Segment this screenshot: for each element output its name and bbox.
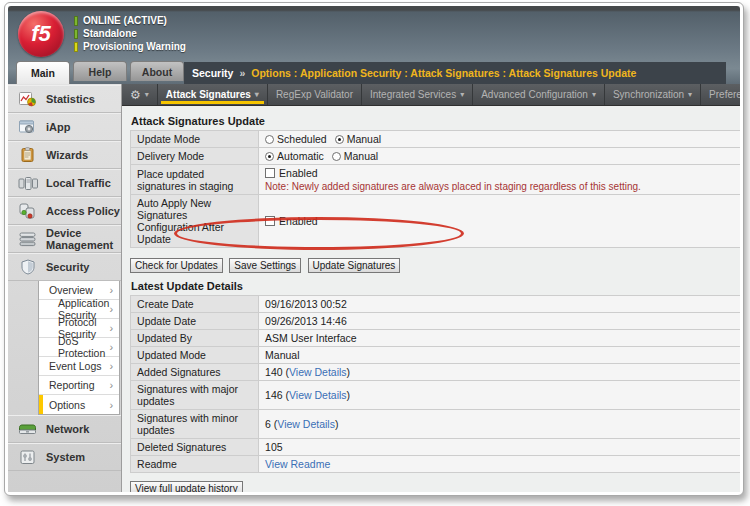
- f5-logo: f5: [18, 11, 64, 57]
- sidebar-item-wizards[interactable]: Wizards: [8, 141, 121, 169]
- auto-apply-enabled-checkbox[interactable]: [265, 216, 275, 226]
- tab-synchronization[interactable]: Synchronization ▾: [605, 84, 701, 105]
- tab-main-label: Main: [31, 67, 55, 79]
- update-signatures-button[interactable]: Update Signatures: [308, 258, 401, 273]
- table-row: Updated Mode Manual: [131, 347, 740, 364]
- tab-help[interactable]: Help: [73, 61, 127, 81]
- form-row-auto-apply: Auto Apply New Signatures Configuration …: [131, 195, 740, 248]
- tab-advanced-configuration[interactable]: Advanced Configuration ▾: [473, 84, 605, 105]
- table-row: Update Date 09/26/2013 14:46: [131, 313, 740, 330]
- history-button-row: View full update history: [130, 475, 740, 492]
- chevron-right-icon: ›: [109, 322, 113, 334]
- sidebar-item-label: Security: [46, 261, 89, 273]
- updated-by-value: ASM User Interface: [259, 330, 740, 347]
- delivery-mode-label: Delivery Mode: [131, 148, 259, 165]
- table-row: Signatures with minor updates 6 (View De…: [131, 410, 740, 439]
- submenu-item-label: Overview: [49, 284, 93, 296]
- tab-integrated-services[interactable]: Integrated Services ▾: [362, 84, 473, 105]
- sidebar-item-statistics[interactable]: Statistics: [8, 85, 121, 113]
- check-for-updates-button[interactable]: Check for Updates: [130, 258, 223, 273]
- submenu-item-options[interactable]: Options ›: [39, 395, 119, 414]
- manual-option-label: Manual: [347, 133, 381, 145]
- tabstrip-gear-menu[interactable]: ⚙ ▾: [122, 84, 158, 105]
- chevron-right-icon: ›: [109, 303, 113, 315]
- paren: ): [335, 418, 339, 430]
- sidebar-item-network[interactable]: Network: [8, 415, 121, 443]
- chevron-right-icon: ›: [109, 379, 113, 391]
- tab-regexp-validator[interactable]: RegExp Validator: [268, 84, 362, 105]
- update-mode-scheduled-radio[interactable]: [265, 135, 274, 144]
- sidebar-item-security[interactable]: Security: [8, 253, 121, 281]
- security-submenu: Overview › Application Security › Protoc…: [38, 281, 120, 415]
- sidebar-item-system[interactable]: System: [8, 443, 121, 471]
- delivery-mode-automatic-radio[interactable]: [265, 152, 274, 161]
- device-status-panel: ONLINE (ACTIVE) Standalone Provisioning …: [74, 15, 186, 54]
- update-mode-manual-radio[interactable]: [335, 135, 344, 144]
- sidebar-item-label: Local Traffic: [46, 177, 111, 189]
- chevron-down-icon: ▾: [145, 90, 149, 99]
- table-row: Added Signatures 140 (View Details): [131, 364, 740, 381]
- save-settings-button[interactable]: Save Settings: [229, 258, 301, 273]
- table-row: Updated By ASM User Interface: [131, 330, 740, 347]
- breadcrumb-root[interactable]: Security: [192, 67, 233, 79]
- tab-preferences[interactable]: Preferences: [701, 84, 740, 105]
- deleted-signatures-label: Deleted Signatures: [131, 439, 259, 456]
- staging-label: Place updated signatures in staging: [131, 165, 259, 195]
- view-readme-link[interactable]: View Readme: [265, 458, 330, 470]
- submenu-item-label: Event Logs: [49, 360, 102, 372]
- status-standalone-label: Standalone: [83, 28, 137, 39]
- tab-about-label: About: [142, 66, 172, 78]
- form-row-staging: Place updated signatures in staging Enab…: [131, 165, 740, 195]
- sidebar-item-access-policy[interactable]: Access Policy: [8, 197, 121, 225]
- tab-label: Preferences: [709, 89, 740, 100]
- delivery-mode-manual-radio[interactable]: [332, 152, 341, 161]
- major-updates-view-details-link[interactable]: View Details: [289, 389, 347, 401]
- readme-label: Readme: [131, 456, 259, 473]
- paren: ): [347, 366, 351, 378]
- update-date-label: Update Date: [131, 313, 259, 330]
- content-area: ⚙ ▾ Attack Signatures ▾ RegExp Validator…: [122, 84, 740, 492]
- minor-updates-view-details-link[interactable]: View Details: [277, 418, 335, 430]
- network-icon: [18, 421, 38, 437]
- added-signatures-label: Added Signatures: [131, 364, 259, 381]
- submenu-item-reporting[interactable]: Reporting ›: [39, 376, 119, 395]
- paren: ): [347, 389, 351, 401]
- staging-enabled-checkbox[interactable]: [265, 168, 275, 178]
- view-full-update-history-button[interactable]: View full update history: [130, 481, 243, 492]
- details-section-title: Latest Update Details: [130, 277, 740, 295]
- sidebar-item-label: Device Management: [46, 227, 121, 251]
- staging-note: Note: Newly added signatures are always …: [265, 181, 740, 192]
- screenshot-page: f5 ONLINE (ACTIVE) Standalone Provisioni…: [0, 0, 750, 506]
- tab-label: RegExp Validator: [276, 89, 353, 100]
- deleted-signatures-value: 105: [259, 439, 740, 456]
- status-provisioning: Provisioning Warning: [74, 41, 186, 52]
- tab-main[interactable]: Main: [16, 61, 70, 84]
- system-icon: [18, 449, 38, 465]
- submenu-item-dos-protection[interactable]: DoS Protection ›: [39, 338, 119, 357]
- sidebar-item-iapp[interactable]: iApp: [8, 113, 121, 141]
- added-signatures-view-details-link[interactable]: View Details: [289, 366, 347, 378]
- sidebar-item-local-traffic[interactable]: Local Traffic: [8, 169, 121, 197]
- chevron-down-icon: ▾: [592, 90, 596, 99]
- status-green-bar-icon: [74, 29, 78, 39]
- content-inner: Attack Signatures Update Update Mode Sch…: [122, 106, 740, 492]
- tab-about[interactable]: About: [130, 61, 184, 81]
- sidebar-nav: Statistics iApp Wizards: [8, 84, 122, 492]
- minor-updates-value: 6: [265, 418, 271, 430]
- submenu-item-event-logs[interactable]: Event Logs ›: [39, 357, 119, 376]
- auto-apply-label: Auto Apply New Signatures Configuration …: [131, 195, 259, 248]
- status-green-bar-icon: [74, 16, 78, 26]
- local-traffic-icon: [18, 175, 38, 191]
- major-updates-label: Signatures with major updates: [131, 381, 259, 410]
- table-row: Create Date 09/16/2013 00:52: [131, 296, 740, 313]
- tab-attack-signatures[interactable]: Attack Signatures ▾: [158, 84, 268, 105]
- updated-mode-label: Updated Mode: [131, 347, 259, 364]
- sidebar-item-device-management[interactable]: Device Management: [8, 225, 121, 253]
- gear-icon: ⚙: [130, 88, 141, 102]
- breadcrumb-path: Options : Application Security : Attack …: [251, 67, 636, 79]
- form-section-title: Attack Signatures Update: [130, 112, 740, 130]
- enabled-label: Enabled: [279, 215, 318, 227]
- status-online-label: ONLINE (ACTIVE): [83, 15, 167, 26]
- major-updates-value: 146: [265, 389, 283, 401]
- table-row: Readme View Readme: [131, 456, 740, 473]
